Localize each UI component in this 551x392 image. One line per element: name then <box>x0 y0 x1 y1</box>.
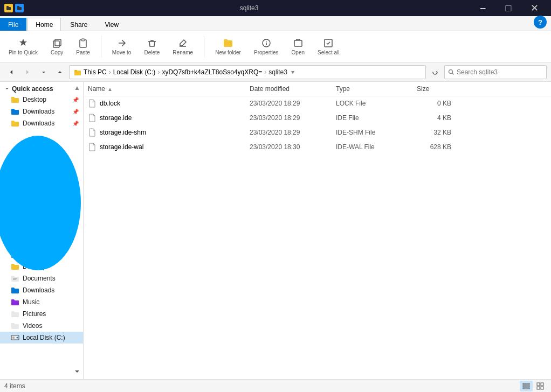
sidebar-item-label: Downloads <box>23 120 54 127</box>
table-row[interactable]: storage.ide-wal 23/03/2020 18:30 IDE-WAL… <box>84 140 551 155</box>
search-input[interactable] <box>457 68 543 76</box>
address-path[interactable]: This PC › Local Disk (C:) › xyDQ7sfb+k4a… <box>69 65 426 79</box>
table-row[interactable]: storage.ide 23/03/2020 18:29 IDE File 4 … <box>84 111 551 125</box>
sidebar-item-label: 3D Objects <box>23 251 54 258</box>
pin-icon: 📌 <box>72 97 79 103</box>
path-this-pc[interactable]: This PC <box>84 68 107 76</box>
sidebar-scroll-down[interactable] <box>73 368 81 377</box>
music-icon <box>11 298 19 306</box>
table-row[interactable]: db.lock 23/03/2020 18:29 LOCK File 0 KB <box>84 96 551 111</box>
folder-icon <box>11 262 19 271</box>
column-header-type[interactable]: Type <box>332 84 412 94</box>
sidebar-scroll-up[interactable]: ▲ <box>73 84 81 92</box>
ribbon-paste-button[interactable]: Paste <box>72 36 94 58</box>
svg-rect-7 <box>81 39 85 41</box>
svg-rect-5 <box>55 39 61 46</box>
large-icons-view-button[interactable] <box>534 381 547 391</box>
ribbon-newfolder-button[interactable]: New folder <box>211 36 245 58</box>
sidebar-item-music[interactable]: Music <box>0 296 83 308</box>
title-bar-app-icons <box>4 4 24 12</box>
sort-arrow-name: ▲ <box>107 86 113 92</box>
sidebar: ▲ Quick access Desktop 📌 Downloads 📌 Dow… <box>0 82 84 379</box>
sidebar-item-label: Desktop <box>23 96 46 103</box>
tab-share[interactable]: Share <box>62 18 95 31</box>
chevron-down-icon <box>4 86 10 92</box>
ribbon-delete-button[interactable]: Delete <box>140 36 164 58</box>
videos-icon <box>11 321 19 330</box>
path-local-disk[interactable]: Local Disk (C:) <box>113 68 156 76</box>
svg-rect-19 <box>523 386 529 387</box>
svg-rect-1 <box>6 6 9 8</box>
pin-icon: 📌 <box>72 121 79 127</box>
sidebar-item-downloads-qa2[interactable]: Downloads 📌 <box>0 117 83 129</box>
ribbon-pin-button[interactable]: Pin to Quick <box>4 36 42 58</box>
sidebar-item-documents[interactable]: Documents <box>0 272 83 284</box>
tab-file[interactable]: File <box>0 18 26 31</box>
content-area: Name ▲ Date modified Type Size <box>84 82 551 379</box>
download-icon <box>11 107 19 116</box>
sidebar-item-desktop-qa[interactable]: Desktop 📌 <box>0 94 83 106</box>
sidebar-item-pictures[interactable]: Pictures <box>0 308 83 320</box>
tab-home[interactable]: Home <box>27 18 61 31</box>
ribbon-move-button[interactable]: Move to <box>108 36 136 58</box>
sidebar-item-label: Videos <box>23 322 42 330</box>
sidebar-item-downloads-qa[interactable]: Downloads 📌 <box>0 106 83 117</box>
ribbon-select-button[interactable]: Select all <box>313 36 344 58</box>
ribbon-separator-2 <box>204 36 204 58</box>
documents-icon <box>11 274 19 283</box>
back-button[interactable] <box>4 65 18 79</box>
pc-icon <box>12 241 19 247</box>
this-pc-label: This PC <box>22 240 46 248</box>
search-box[interactable] <box>444 65 547 79</box>
path-sqlite3[interactable]: sqlite3 <box>268 68 287 76</box>
ribbon-rename-button[interactable]: Rename <box>168 36 197 58</box>
sidebar-item-3d-objects[interactable]: 3D Objects <box>0 249 83 261</box>
quick-access-label: Quick access <box>12 85 53 93</box>
file-type: IDE File <box>332 113 412 123</box>
sidebar-spacer <box>0 129 83 237</box>
file-name-cell: storage.ide-wal <box>84 142 245 152</box>
table-row[interactable]: storage.ide-shm 23/03/2020 18:29 IDE-SHM… <box>84 125 551 140</box>
column-header-size[interactable]: Size <box>412 84 456 94</box>
main-area: ▲ Quick access Desktop 📌 Downloads 📌 Dow… <box>0 82 551 379</box>
sidebar-item-label: Music <box>23 298 39 306</box>
ribbon-copy-button[interactable]: Copy <box>46 36 67 58</box>
file-icon <box>88 114 97 122</box>
sidebar-item-videos[interactable]: Videos <box>0 320 83 332</box>
recent-locations-button[interactable] <box>37 65 51 79</box>
details-view-button[interactable] <box>520 381 533 391</box>
app-icon-yellow <box>4 4 13 12</box>
up-button[interactable] <box>53 65 67 79</box>
maximize-button[interactable]: □ <box>496 0 521 16</box>
svg-rect-24 <box>541 387 543 389</box>
svg-rect-16 <box>12 337 15 339</box>
app-icon-blue <box>15 4 24 12</box>
ribbon-separator-1 <box>101 36 101 58</box>
column-header-date[interactable]: Date modified <box>245 84 332 94</box>
column-header-name[interactable]: Name ▲ <box>84 84 245 94</box>
tab-view[interactable]: View <box>97 18 127 31</box>
file-type: LOCK File <box>332 99 412 108</box>
quick-access-section[interactable]: Quick access <box>0 82 83 94</box>
this-pc-section[interactable]: This PC <box>0 237 83 249</box>
refresh-button[interactable] <box>428 65 442 79</box>
file-icon <box>88 99 97 108</box>
svg-rect-3 <box>17 6 19 8</box>
ribbon-bar: Pin to Quick Copy Paste Move to Delete R… <box>0 31 551 62</box>
minimize-button[interactable]: ‒ <box>470 0 495 16</box>
sidebar-item-local-disk[interactable]: Local Disk (C:) <box>0 332 83 344</box>
file-type: IDE-SHM File <box>332 128 412 137</box>
path-dropdown-arrow[interactable]: ▾ <box>287 68 298 76</box>
3d-objects-icon <box>11 250 19 259</box>
sidebar-item-desktop[interactable]: Desktop <box>0 261 83 272</box>
sidebar-item-downloads[interactable]: Downloads <box>0 284 83 296</box>
file-date: 23/03/2020 18:29 <box>245 99 332 108</box>
ribbon-open-button[interactable]: Open <box>287 36 309 58</box>
file-name: db.lock <box>100 100 120 107</box>
ribbon-properties-button[interactable]: Properties <box>250 36 283 58</box>
path-folder-hash[interactable]: xyDQ7sfb+k4aZLT8oSso4yqXRQ= <box>162 68 262 76</box>
file-name-cell: storage.ide <box>84 113 245 123</box>
forward-button[interactable] <box>20 65 35 79</box>
close-button[interactable]: ✕ <box>522 0 547 16</box>
help-button[interactable]: ? <box>534 16 547 29</box>
